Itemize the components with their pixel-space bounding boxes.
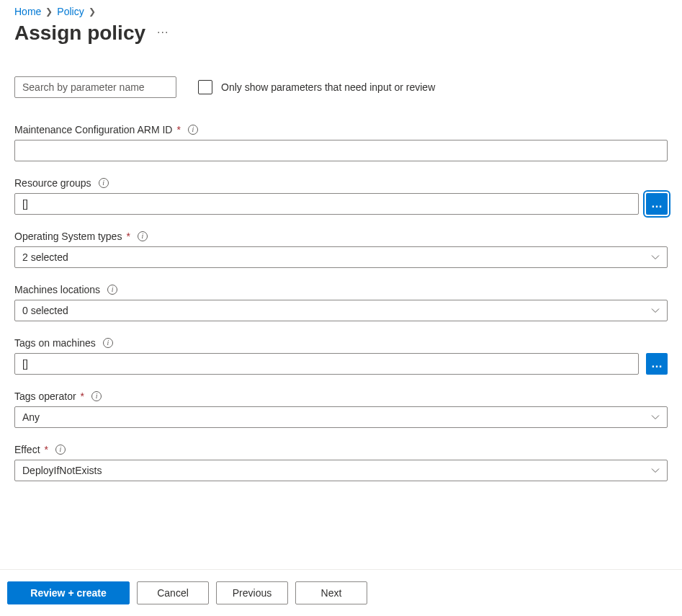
info-icon[interactable]: i (91, 391, 102, 401)
chevron-right-icon: ❯ (45, 6, 53, 17)
required-icon: * (81, 390, 84, 402)
breadcrumb: Home ❯ Policy ❯ (14, 0, 668, 17)
previous-button[interactable]: Previous (216, 581, 288, 604)
resource-groups-label: Resource groups i (14, 177, 668, 189)
chevron-down-icon (651, 466, 660, 475)
info-icon[interactable]: i (55, 445, 66, 455)
resource-groups-input[interactable] (14, 193, 639, 215)
checkbox-label: Only show parameters that need input or … (221, 81, 435, 93)
tags-operator-select[interactable]: Any (14, 406, 668, 428)
tags-input[interactable] (14, 353, 639, 375)
resource-groups-browse-button[interactable]: … (646, 193, 668, 215)
search-input[interactable] (14, 76, 176, 98)
breadcrumb-policy[interactable]: Policy (57, 6, 84, 17)
info-icon[interactable]: i (138, 231, 148, 241)
chevron-down-icon (651, 253, 660, 262)
chevron-right-icon: ❯ (89, 6, 96, 17)
info-icon[interactable]: i (99, 178, 109, 188)
review-create-button[interactable]: Review + create (7, 581, 130, 604)
locations-select[interactable]: 0 selected (14, 300, 668, 321)
locations-label: Machines locations i (14, 284, 668, 295)
maintenance-label: Maintenance Configuration ARM ID * i (14, 124, 668, 135)
next-button[interactable]: Next (295, 581, 367, 604)
chevron-down-icon (651, 413, 660, 421)
more-options-icon[interactable]: ··· (157, 27, 169, 40)
checkbox-icon (198, 80, 212, 94)
page-title: Assign policy (14, 22, 145, 45)
footer-actions: Review + create Cancel Previous Next (0, 569, 682, 616)
required-icon: * (45, 444, 48, 455)
only-show-needs-input-checkbox[interactable]: Only show parameters that need input or … (198, 80, 435, 94)
os-types-label: Operating System types * i (14, 231, 668, 242)
required-icon: * (126, 231, 130, 242)
breadcrumb-home[interactable]: Home (14, 6, 41, 17)
chevron-down-icon (651, 306, 660, 315)
info-icon[interactable]: i (103, 338, 113, 348)
maintenance-input[interactable] (14, 140, 668, 161)
effect-select[interactable]: DeployIfNotExists (14, 460, 668, 481)
os-types-select[interactable]: 2 selected (14, 246, 668, 268)
cancel-button[interactable]: Cancel (137, 581, 209, 604)
tags-label: Tags on machines i (14, 337, 668, 349)
required-icon: * (176, 124, 180, 135)
effect-label: Effect * i (14, 444, 668, 455)
info-icon[interactable]: i (188, 125, 198, 135)
tags-browse-button[interactable]: … (646, 353, 668, 375)
tags-operator-label: Tags operator * i (14, 390, 668, 402)
info-icon[interactable]: i (107, 285, 117, 295)
